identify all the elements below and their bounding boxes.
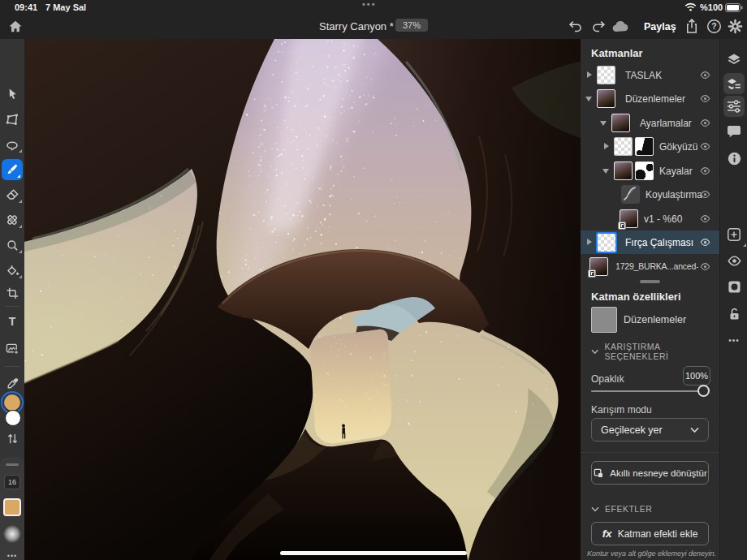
transform-tool[interactable] xyxy=(0,109,24,130)
effects-section-header[interactable]: EFEKTLER xyxy=(591,504,652,514)
layer-mask-thumbnail[interactable] xyxy=(635,137,654,156)
more-panel-options-button[interactable]: ••• xyxy=(723,330,745,351)
chevron-down-icon xyxy=(591,349,598,355)
share-button[interactable]: Paylaş xyxy=(633,17,687,36)
home-indicator[interactable] xyxy=(280,551,467,555)
layer-row[interactable]: Ayarlamalar xyxy=(581,111,719,135)
layer-list-view-icon[interactable] xyxy=(723,73,745,94)
layers-view-icon[interactable] xyxy=(723,49,745,70)
undo-button[interactable] xyxy=(566,17,584,35)
opacity-slider-knob[interactable] xyxy=(697,385,710,397)
comments-icon[interactable] xyxy=(723,120,745,141)
layer-thumbnail[interactable] xyxy=(597,89,615,108)
disclosure-icon[interactable] xyxy=(585,97,592,101)
panel-resize-handle[interactable] xyxy=(640,280,660,283)
layer-label: Koyulaştırma xyxy=(646,189,702,200)
blending-section-header[interactable]: KARIŞTIRMA SEÇENEKLERİ xyxy=(591,342,719,361)
visibility-eye-icon[interactable] xyxy=(700,237,710,248)
curves-adjustment-thumbnail[interactable] xyxy=(621,185,640,204)
disclosure-icon[interactable] xyxy=(587,71,592,78)
visibility-eye-icon[interactable] xyxy=(700,166,710,176)
visibility-eye-icon[interactable] xyxy=(723,250,745,271)
layer-thumbnail[interactable] xyxy=(611,114,630,132)
layer-thumbnail[interactable] xyxy=(597,66,615,84)
layer-row[interactable]: TASLAK xyxy=(581,63,719,87)
visibility-eye-icon[interactable] xyxy=(700,70,710,80)
help-button[interactable]: ? xyxy=(705,17,723,35)
blend-mode-value: Geçilecek yer xyxy=(601,424,663,436)
crop-tool[interactable] xyxy=(0,282,24,304)
opacity-slider-track[interactable] xyxy=(591,390,709,392)
layer-label: Gökyüzü xyxy=(659,141,697,153)
layer-row-selected[interactable]: Fırça Çalışması xyxy=(581,230,719,254)
background-color-swatch[interactable] xyxy=(5,410,21,426)
opacity-value-field[interactable]: 100% xyxy=(683,366,710,386)
layer-thumbnail[interactable] xyxy=(596,232,617,253)
layer-row[interactable]: Kayalar xyxy=(581,159,719,183)
multitask-indicator[interactable]: ••• xyxy=(362,0,377,9)
fill-tool[interactable] xyxy=(0,260,24,281)
disclosure-icon[interactable] xyxy=(587,239,592,245)
layer-row[interactable]: v1 - %60 xyxy=(581,207,719,230)
disclosure-icon[interactable] xyxy=(600,121,607,126)
smart-object-thumbnail[interactable] xyxy=(620,209,638,228)
document-canvas[interactable] xyxy=(24,39,581,560)
type-tool[interactable]: T xyxy=(0,311,24,332)
subtool-indicator xyxy=(19,225,22,228)
eyedropper-tool[interactable] xyxy=(0,373,24,394)
adjustments-sliders-icon[interactable] xyxy=(723,96,745,117)
info-icon[interactable] xyxy=(723,148,745,169)
layer-thumbnail[interactable] xyxy=(614,137,633,156)
drag-handle[interactable] xyxy=(6,463,19,466)
layer-row[interactable]: Koyulaştırma xyxy=(581,183,719,206)
settings-gear-icon[interactable] xyxy=(726,17,744,35)
zoom-level-badge[interactable]: 37% xyxy=(395,19,428,32)
move-tool[interactable] xyxy=(0,84,24,105)
add-layer-effect-button[interactable]: fx Katman efekti ekle xyxy=(591,522,709,545)
export-icon[interactable] xyxy=(683,17,701,35)
brush-tool-selected[interactable] xyxy=(2,159,23,180)
home-button[interactable] xyxy=(6,17,24,35)
layer-mask-icon[interactable] xyxy=(723,276,745,297)
chevron-down-icon xyxy=(690,427,699,433)
disclosure-icon[interactable] xyxy=(604,143,609,149)
visibility-eye-icon[interactable] xyxy=(700,189,710,200)
layer-row[interactable]: Gökyüzü xyxy=(581,135,719,158)
layer-thumbnail[interactable] xyxy=(614,162,633,180)
document-title[interactable]: Starry Canyon * xyxy=(319,20,407,32)
place-photo-tool[interactable] xyxy=(0,338,24,360)
visibility-eye-icon[interactable] xyxy=(700,141,710,152)
eraser-tool[interactable] xyxy=(0,184,24,205)
visibility-eye-icon[interactable] xyxy=(700,261,710,272)
brush-size-field[interactable]: 16 xyxy=(4,475,20,489)
brush-color-swatch[interactable] xyxy=(3,498,21,516)
cloud-sync-icon[interactable] xyxy=(611,17,629,35)
swap-colors-button[interactable] xyxy=(0,428,24,449)
date: 7 May Sal xyxy=(45,2,86,12)
more-options-button[interactable]: ••• xyxy=(0,552,24,560)
blend-mode-dropdown[interactable]: Geçilecek yer xyxy=(591,418,709,442)
visibility-eye-icon[interactable] xyxy=(700,213,710,224)
visibility-eye-icon[interactable] xyxy=(700,93,710,104)
layer-row[interactable]: 1729_BURKA...anced-NR33 xyxy=(581,255,719,278)
convert-smart-object-button[interactable]: Akıllı nesneye dönüştür xyxy=(591,461,709,485)
opacity-label: Opaklık xyxy=(591,373,624,385)
redo-button[interactable] xyxy=(589,17,607,35)
brush-softness-preview[interactable] xyxy=(3,525,21,543)
smart-object-thumbnail[interactable] xyxy=(589,257,608,276)
disclosure-icon[interactable] xyxy=(602,169,609,174)
add-layer-icon[interactable] xyxy=(723,224,745,245)
layer-mask-thumbnail[interactable] xyxy=(635,162,654,180)
unlock-icon[interactable] xyxy=(723,303,745,324)
healing-brush-tool[interactable] xyxy=(0,209,24,230)
visibility-eye-icon[interactable] xyxy=(700,118,710,128)
layer-row[interactable]: Düzenlemeler xyxy=(581,87,719,110)
layer-label: 1729_BURKA...anced-NR33 xyxy=(615,261,698,271)
foreground-color-swatch[interactable] xyxy=(4,394,20,411)
divider xyxy=(581,452,719,453)
convert-smart-object-label: Akıllı nesneye dönüştür xyxy=(610,468,707,478)
layer-properties-title: Katman özellikleri xyxy=(591,291,681,303)
layer-label: Kayalar xyxy=(659,166,693,177)
magnifier-tool[interactable] xyxy=(0,235,24,256)
lasso-tool[interactable] xyxy=(0,134,24,155)
